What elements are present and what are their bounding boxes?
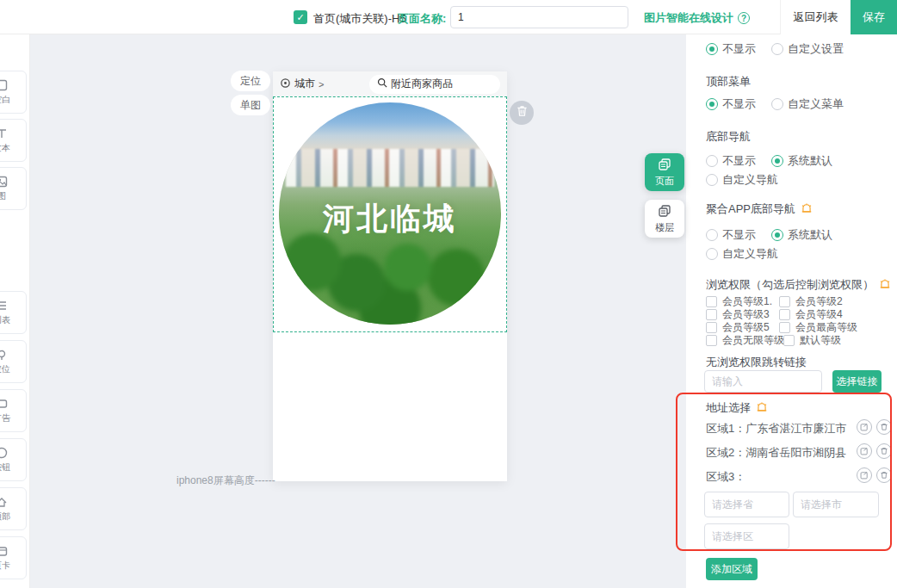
component-icon [0, 545, 8, 557]
city-select[interactable] [793, 492, 879, 517]
region-row-1: 区域1： 广东省湛江市廉江市 [706, 421, 846, 436]
checkbox[interactable] [706, 322, 717, 333]
top-menu-title: 顶部菜单 [706, 74, 751, 90]
choose-link-button[interactable]: 选择链接 [832, 370, 882, 393]
delete-region-button[interactable] [876, 419, 892, 435]
city-photo[interactable]: 河北临城 [279, 102, 501, 325]
radio-no-display[interactable] [706, 43, 718, 55]
page-settings-button[interactable]: 页面 [645, 153, 684, 191]
floor-settings-button[interactable]: 楼层 [645, 200, 684, 238]
component-icon [0, 447, 8, 459]
sidebar-item-label: 页卡 [0, 560, 10, 572]
browse-permission-title: 浏览权限（勾选后控制浏览权限） [706, 277, 891, 293]
radio-no-display[interactable] [706, 155, 718, 167]
page-name-label: 页面名称: [398, 11, 446, 27]
settings-panel: 不显示 自定义设置 顶部菜单 不显示 自定义菜单 底部导航 不显示 系统默认 自… [686, 34, 897, 588]
edit-region-button[interactable] [857, 467, 872, 483]
sidebar-item-label: 图 [0, 190, 6, 202]
radio-label: 不显示 [722, 96, 756, 112]
trash-icon [517, 105, 528, 121]
bottom-nav-radios-row2: 自定义导航 [706, 172, 778, 188]
city-label: 城市 [294, 77, 315, 91]
edit-region-button[interactable] [857, 443, 872, 459]
checkbox[interactable] [706, 335, 717, 346]
alarm-bell-icon [801, 203, 813, 215]
radio-no-display[interactable] [706, 98, 718, 110]
region-value: 湖南省岳阳市湘阴县 [745, 445, 846, 461]
search-input[interactable]: 附近商家商品 [369, 75, 500, 94]
address-select-label: 地址选择 [706, 400, 751, 416]
chevron-right-icon: > [319, 79, 324, 90]
district-select[interactable] [704, 523, 789, 549]
edit-region-button[interactable] [857, 419, 872, 435]
sidebar-item-label: 广告 [0, 412, 10, 424]
sidebar-item-image[interactable]: 图 [0, 167, 27, 210]
delete-region-button[interactable] [876, 467, 892, 483]
alarm-bell-icon [756, 402, 768, 414]
province-select[interactable] [704, 492, 789, 517]
sidebar-item-tab-card[interactable]: 页卡 [0, 536, 27, 579]
checkbox[interactable] [706, 296, 717, 307]
sidebar-item-blank[interactable]: 空白 [0, 71, 27, 114]
tag-single-image: 单图 [231, 95, 270, 115]
jump-link-input[interactable] [704, 370, 822, 393]
radio-custom-menu[interactable] [771, 98, 783, 110]
sidebar-item-header[interactable]: 顶部 [0, 487, 27, 530]
checkbox[interactable] [706, 309, 717, 320]
display-setting-radios: 不显示 自定义设置 [706, 41, 844, 57]
sidebar-item-position[interactable]: 定位 [0, 340, 27, 383]
iphone8-height-note: iphone8屏幕高度------ [176, 473, 275, 488]
save-button[interactable]: 保存 [851, 0, 897, 34]
radio-label: 不显示 [722, 227, 756, 243]
page-builder-app: 首页(城市关联)-H5 页面名称: 图片智能在线设计 ? 返回列表 保存 空白 … [0, 0, 897, 588]
checkbox[interactable] [783, 335, 795, 346]
back-to-list-button[interactable]: 返回列表 [780, 0, 851, 34]
alarm-bell-icon [879, 279, 891, 291]
help-icon[interactable]: ? [738, 12, 750, 24]
page-checkbox-checked-icon[interactable] [294, 10, 307, 24]
delete-block-button[interactable] [510, 101, 534, 125]
city-selector[interactable]: 城市 > [280, 77, 324, 91]
float-button-label: 页面 [655, 175, 674, 188]
sidebar-item-label: 空白 [0, 94, 10, 106]
sidebar-item-label: 文本 [0, 142, 10, 154]
radio-custom-nav[interactable] [706, 174, 718, 186]
page-name-input[interactable] [450, 6, 628, 28]
add-region-button[interactable]: 添加区域 [706, 558, 758, 580]
browse-permission-label: 浏览权限（勾选后控制浏览权限） [706, 277, 874, 293]
radio-label: 自定义菜单 [788, 96, 844, 112]
component-sidebar: 空白 文本 图 列表 定位 广告 按钮 顶部 [0, 34, 30, 588]
checkbox[interactable] [779, 309, 790, 320]
region-label: 区域2： [706, 445, 745, 461]
sidebar-item-button[interactable]: 按钮 [0, 438, 27, 481]
no-permission-link-label: 无浏览权限跳转链接 [706, 355, 807, 370]
sidebar-item-label: 顶部 [0, 511, 10, 523]
sidebar-item-text[interactable]: 文本 [0, 119, 27, 162]
member-level-unlimited: 会员无限等级 [706, 333, 784, 348]
sidebar-item-list[interactable]: 列表 [0, 291, 27, 334]
photo-caption: 河北临城 [279, 198, 501, 240]
sidebar-item-ad[interactable]: 广告 [0, 389, 27, 432]
layers-icon [658, 204, 671, 220]
radio-system-default[interactable] [771, 229, 783, 241]
address-select-title: 地址选择 [706, 400, 768, 416]
radio-custom-setting[interactable] [771, 43, 783, 55]
component-icon [0, 300, 8, 312]
app-nav-radios-row2: 自定义导航 [706, 246, 778, 262]
single-image-block-selected[interactable]: 河北临城 [273, 96, 507, 332]
component-icon [0, 496, 8, 508]
component-icon [0, 349, 8, 361]
radio-custom-nav[interactable] [706, 248, 718, 260]
radio-no-display[interactable] [706, 229, 718, 241]
smart-design-link[interactable]: 图片智能在线设计 ? [644, 10, 750, 26]
checkbox[interactable] [779, 322, 790, 333]
delete-region-button[interactable] [876, 443, 892, 459]
phone-header: 城市 > 附近商家商品 [273, 71, 507, 96]
radio-system-default[interactable] [771, 155, 783, 167]
radio-label: 自定义设置 [788, 41, 844, 57]
smart-design-label: 图片智能在线设计 [644, 10, 733, 26]
radio-label: 系统默认 [788, 227, 832, 243]
checkbox[interactable] [779, 296, 790, 307]
sidebar-item-label: 定位 [0, 363, 10, 375]
component-icon [0, 79, 8, 91]
